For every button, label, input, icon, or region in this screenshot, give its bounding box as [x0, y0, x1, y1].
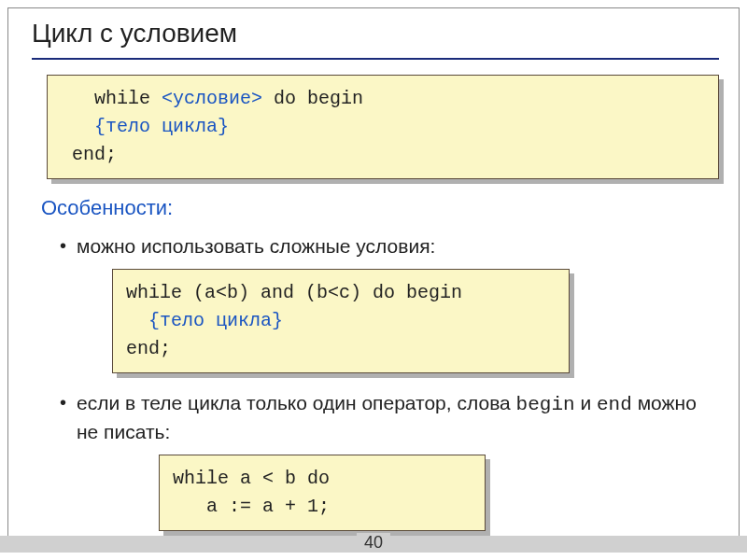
code-text: end;: [61, 144, 117, 165]
code-text: a := a + 1;: [173, 496, 330, 517]
code-text: while a < b do: [173, 468, 330, 489]
code-text: while: [94, 88, 162, 109]
code-text: [126, 310, 148, 331]
slide-content: Цикл с условием while <условие> do begin…: [0, 0, 747, 560]
code-tag: <условие>: [162, 88, 262, 109]
bullet-mono: end: [597, 394, 632, 415]
code-brace: {тело цикла}: [148, 310, 283, 331]
complex-condition-codebox: while (a<b) and (b<c) do begin {тело цик…: [112, 269, 570, 373]
syntax-codebox: while <условие> do begin {тело цикла} en…: [47, 75, 719, 179]
bullet-text: если в теле цикла только один оператор, …: [77, 392, 516, 413]
code-text: [61, 88, 94, 109]
slide-title: Цикл с условием: [32, 19, 719, 60]
code-text: [61, 116, 94, 137]
bullet-complex-conditions: можно использовать сложные условия:: [77, 233, 719, 259]
bullet-mono: begin: [516, 394, 575, 415]
page-number: 40: [357, 533, 390, 553]
code-brace: {тело цикла}: [94, 116, 229, 137]
code-text: end;: [126, 338, 171, 359]
short-form-codebox: while a < b do a := a + 1;: [159, 455, 486, 531]
bullet-single-operator: если в теле цикла только один оператор, …: [77, 390, 719, 445]
features-heading: Особенности:: [41, 196, 719, 220]
code-text: do begin: [262, 88, 363, 109]
code-text: while (a<b) and (b<c) do begin: [126, 282, 462, 303]
bullet-text: и: [575, 392, 597, 413]
